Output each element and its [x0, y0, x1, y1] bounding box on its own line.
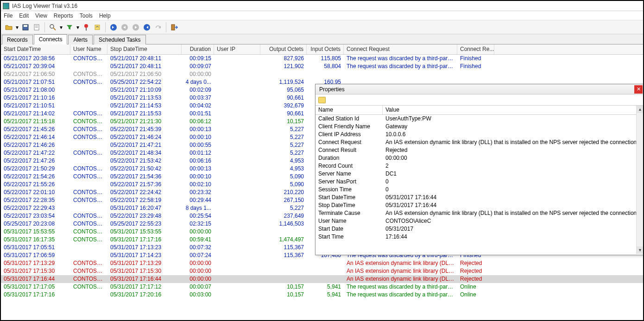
refresh-icon[interactable]	[92, 22, 102, 32]
report-icon[interactable]	[32, 22, 42, 32]
property-row[interactable]: Start DateTime05/31/2017 17:16:44	[316, 194, 644, 201]
cell: 8 days 1...	[182, 204, 214, 212]
last-icon[interactable]	[142, 22, 152, 32]
property-row[interactable]: Session Time0	[316, 186, 644, 194]
open-dropdown[interactable]: ▾	[15, 24, 19, 31]
cell	[214, 149, 260, 157]
cell	[214, 196, 260, 204]
menu-help[interactable]: Help	[99, 13, 111, 19]
filter-icon[interactable]	[64, 22, 75, 32]
cell: 95,065	[260, 86, 307, 94]
open-icon[interactable]	[4, 22, 14, 32]
cell: 05/31/2017 15:53:55	[107, 228, 182, 236]
redo-icon[interactable]	[153, 22, 163, 32]
pin-icon[interactable]	[81, 22, 91, 32]
prev-icon[interactable]	[120, 22, 130, 32]
tab-connects[interactable]: Connects	[34, 34, 68, 44]
cell: 115,367	[260, 252, 307, 259]
first-icon[interactable]	[108, 22, 119, 32]
property-row[interactable]: Terminate CauseAn IAS extension dynamic …	[316, 209, 644, 217]
property-row[interactable]: Called Station IdUserAuthType:PW	[316, 115, 644, 123]
tab-scheduled-tasks[interactable]: Scheduled Tasks	[94, 35, 146, 44]
scroll-up-icon[interactable]: ▲	[637, 106, 644, 113]
property-row[interactable]: User NameCONTOSO\AliceC	[316, 217, 644, 225]
menu-reports[interactable]: Reports	[54, 13, 73, 19]
col-header[interactable]: Duration	[182, 44, 214, 54]
property-row[interactable]: Stop DateTime05/31/2017 17:16:44	[316, 201, 644, 209]
property-row[interactable]: Connect ResultRejected	[316, 146, 644, 154]
save-icon[interactable]	[20, 22, 31, 32]
close-icon[interactable]: ✕	[634, 85, 643, 94]
col-header[interactable]: Start DateTime	[1, 44, 70, 54]
cell: 1,146,503	[260, 220, 307, 228]
menu-edit[interactable]: Edit	[19, 13, 29, 19]
col-header[interactable]: Stop DateTime	[107, 44, 182, 54]
menu-file[interactable]: File	[4, 13, 13, 19]
scroll-down-icon[interactable]: ▼	[637, 246, 644, 254]
col-header[interactable]: Connect Request	[344, 44, 457, 54]
menubar: FileEditViewReportsToolsHelp	[1, 11, 643, 20]
cell: 05/22/2017 21:47:21	[107, 141, 182, 149]
properties-scrollbar[interactable]: ▲ ▼	[636, 106, 644, 254]
prop-col-name[interactable]: Name	[316, 106, 383, 114]
cell: 05/31/2017 17:15:30	[1, 267, 70, 275]
cell: 05/22/2017 21:47:26	[1, 157, 70, 165]
tab-alerts[interactable]: Alerts	[68, 35, 93, 44]
cell	[214, 220, 260, 228]
property-row[interactable]: Record Count2	[316, 162, 644, 170]
cell	[214, 102, 260, 110]
property-row[interactable]: Duration00:00:00	[316, 154, 644, 162]
property-value: An IAS extension dynamic link library (D…	[383, 209, 644, 217]
cell: 00:06:12	[182, 118, 214, 126]
prop-col-value[interactable]: Value	[383, 106, 644, 114]
properties-titlebar[interactable]: Properties ✕	[316, 84, 644, 94]
property-name: Server NasPort	[316, 178, 383, 186]
cell: CONTOSO\AliceC	[70, 78, 107, 86]
table-row[interactable]: 05/21/2017 21:06:50CONTOSO\AliceC05/21/2…	[1, 70, 643, 78]
properties-rows[interactable]: Called Station IdUserAuthType:PWClient F…	[316, 115, 644, 245]
table-row[interactable]: 05/31/2017 17:16:44CONTOSO\AliceC05/31/2…	[1, 275, 643, 283]
property-row[interactable]: Server NameDC1	[316, 170, 644, 178]
menu-tools[interactable]: Tools	[80, 13, 93, 19]
col-header[interactable]: Connect Re...	[457, 44, 494, 54]
cell: Rejected	[457, 267, 494, 275]
property-row[interactable]: Server NasPort0	[316, 178, 644, 186]
col-header[interactable]: User IP	[214, 44, 260, 54]
col-header[interactable]: User Name	[70, 44, 107, 54]
menu-view[interactable]: View	[35, 13, 47, 19]
categorize-icon[interactable]	[318, 97, 326, 103]
property-row[interactable]: Client IP Address10.0.0.6	[316, 131, 644, 138]
search-icon[interactable]	[48, 22, 58, 32]
cell	[260, 275, 307, 283]
col-header[interactable]: Input Octets	[307, 44, 344, 54]
cell: 00:59:41	[182, 236, 214, 244]
property-row[interactable]: Connect RequestAn IAS extension dynamic …	[316, 138, 644, 146]
cell: 05/31/2017 17:05:51	[1, 244, 70, 252]
filter-dropdown[interactable]: ▾	[76, 24, 80, 31]
table-row[interactable]: 05/31/2017 17:17:05CONTOSO\AliceC05/31/2…	[1, 283, 643, 291]
table-row[interactable]: 05/31/2017 17:17:1605/31/2017 17:20:1600…	[1, 291, 643, 299]
property-row[interactable]: Client Friendly NameGateway	[316, 123, 644, 131]
col-header[interactable]: Output Octets	[260, 44, 307, 54]
property-row[interactable]: Start Date05/31/2017	[316, 225, 644, 233]
table-row[interactable]: 05/21/2017 20:38:56CONTOSO\AliceC05/21/2…	[1, 55, 643, 63]
table-row[interactable]: 05/31/2017 17:13:29CONTOSO\AliceC05/31/2…	[1, 259, 643, 267]
cell: 00:07:24	[182, 252, 214, 259]
cell	[214, 55, 260, 63]
cell: 5,227	[260, 204, 307, 212]
search-dropdown[interactable]: ▾	[59, 24, 63, 31]
cell	[307, 275, 344, 283]
property-value: Gateway	[383, 123, 644, 131]
cell	[214, 165, 260, 173]
property-value: Rejected	[383, 146, 644, 154]
property-row[interactable]: Start Time17:16:44	[316, 233, 644, 241]
tabstrip: RecordsConnectsAlertsScheduled Tasks	[1, 34, 643, 44]
table-row[interactable]: 05/21/2017 20:39:0405/21/2017 20:48:1100…	[1, 63, 643, 70]
tab-records[interactable]: Records	[2, 35, 33, 44]
svg-rect-1	[24, 25, 27, 27]
next-icon[interactable]	[131, 22, 141, 32]
cell: 00:29:44	[182, 196, 214, 204]
exit-icon[interactable]	[169, 22, 179, 32]
table-row[interactable]: 05/31/2017 17:15:30CONTOSO\AliceC05/31/2…	[1, 267, 643, 275]
property-value: CONTOSO\AliceC	[383, 217, 644, 225]
